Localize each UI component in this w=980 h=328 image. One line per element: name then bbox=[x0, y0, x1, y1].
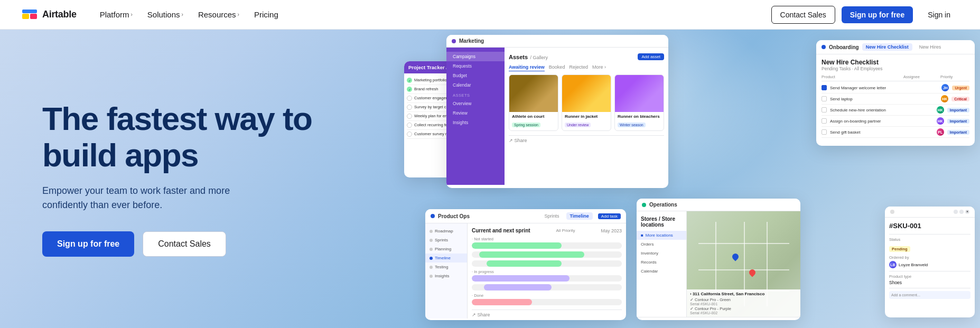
check-icon bbox=[822, 85, 827, 90]
marketing-panel: Marketing Campaigns Requests Budget Cale… bbox=[446, 35, 668, 188]
avatar: HK bbox=[937, 106, 944, 114]
ops-item-inventory[interactable]: Inventory bbox=[637, 249, 686, 258]
ops-item-stores[interactable]: ■ More locations bbox=[637, 231, 686, 240]
avatar: HK bbox=[941, 95, 948, 102]
hero-signup-button[interactable]: Sign up for free bbox=[42, 231, 134, 257]
priority-badge: Important bbox=[947, 119, 969, 124]
gallery-tabs: Awaiting review Booked Rejected More › bbox=[509, 64, 664, 71]
check-icon bbox=[822, 107, 827, 113]
map-area: › 311 California Street, San Francisco ✓… bbox=[687, 211, 800, 317]
avatar: JH bbox=[941, 84, 949, 91]
hero-subtitle: Empower your team to work faster and mor… bbox=[42, 184, 275, 212]
sku-panel: × #SKU-001 Status Pending Ordered by LB … bbox=[885, 207, 975, 317]
status-not-started: · Not started bbox=[472, 237, 622, 241]
contact-sales-button[interactable]: Contact Sales bbox=[771, 6, 835, 24]
product-sidebar: Roadmap Sprints Planning Timeline Testin… bbox=[425, 223, 468, 318]
tab-more[interactable]: More › bbox=[592, 64, 606, 71]
tab-new-hire[interactable]: New Hire Checklist bbox=[862, 43, 912, 51]
svg-rect-0 bbox=[22, 14, 29, 19]
sku-product-type-field: Product type Shoes bbox=[889, 274, 970, 285]
product-type-value: Shoes bbox=[889, 280, 970, 285]
navbar: Airtable Platform › Solutions › Resource… bbox=[0, 0, 980, 30]
priority-badge: Important bbox=[947, 108, 969, 113]
sidebar-item-review[interactable]: Review bbox=[446, 108, 505, 118]
card-image bbox=[562, 75, 611, 112]
map-address: › 311 California Street, San Francisco bbox=[690, 292, 797, 296]
logo[interactable]: Airtable bbox=[21, 6, 77, 23]
check-open-icon bbox=[407, 114, 412, 119]
tab-sprints[interactable]: Sprints bbox=[540, 212, 563, 220]
ops-dot bbox=[642, 203, 646, 207]
marketing-dot bbox=[452, 39, 456, 43]
store-sku-2: Serial #SKU-002 bbox=[690, 311, 797, 315]
tab-rejected[interactable]: Rejected bbox=[569, 64, 588, 71]
check-done-icon: ✓ bbox=[407, 78, 412, 83]
signin-button[interactable]: Sign in bbox=[919, 6, 959, 23]
nav-links: Platform › Solutions › Resources › Prici… bbox=[94, 6, 771, 23]
check-open-icon bbox=[407, 132, 412, 137]
window-close-icon[interactable]: × bbox=[965, 210, 969, 214]
ops-item-calendar[interactable]: Calendar bbox=[637, 267, 686, 276]
sidebar-insights[interactable]: Insights bbox=[425, 271, 467, 280]
sku-ordered-field: Ordered by LB Loyze Branveld bbox=[889, 255, 970, 268]
sidebar-testing[interactable]: Testing bbox=[425, 263, 467, 271]
tab-timeline[interactable]: Timeline bbox=[566, 212, 593, 220]
hero-contact-button[interactable]: Contact Sales bbox=[143, 231, 226, 257]
sidebar-item-insights[interactable]: Insights bbox=[446, 118, 505, 127]
store-name-2: ✓ Contour Pro - Purple bbox=[690, 306, 797, 311]
sidebar-timeline[interactable]: Timeline bbox=[425, 254, 467, 263]
nav-actions: Contact Sales Sign up for free Sign in bbox=[771, 6, 959, 24]
svg-rect-2 bbox=[22, 10, 37, 13]
signup-button[interactable]: Sign up for free bbox=[842, 6, 913, 23]
tab-booked[interactable]: Booked bbox=[549, 64, 565, 71]
ordered-by-label: Ordered by bbox=[889, 255, 970, 260]
onboarding-dot bbox=[822, 45, 826, 49]
ops-item-orders[interactable]: Orders bbox=[637, 240, 686, 249]
priority-badge: Urgent bbox=[952, 86, 969, 90]
ordered-by-value: LB Loyze Branveld bbox=[889, 261, 970, 268]
check-icon bbox=[822, 129, 827, 135]
onboarding-row: Send laptop HK Critical bbox=[822, 93, 969, 105]
sidebar-planning[interactable]: Planning bbox=[425, 245, 467, 254]
onboarding-subtitle: Pending Tasks · All Employees bbox=[822, 66, 969, 71]
check-open-icon bbox=[407, 96, 412, 101]
marketing-sidebar: Campaigns Requests Budget Calendar Asset… bbox=[446, 48, 505, 185]
product-ops-body: Roadmap Sprints Planning Timeline Testin… bbox=[425, 223, 626, 318]
sidebar-sprints[interactable]: Sprints bbox=[425, 236, 467, 245]
marketing-panel-title: Marketing bbox=[459, 38, 484, 44]
screenshots-area: Project Tracker / Directory ✓ Marketing … bbox=[420, 30, 980, 328]
logo-text: Airtable bbox=[42, 9, 77, 20]
operations-panel: Operations Stores / Store locations ■ Mo… bbox=[637, 199, 800, 320]
svg-rect-3 bbox=[31, 14, 33, 19]
hero-section: The fastest way to build apps Empower yo… bbox=[0, 30, 980, 328]
priority-badge: Important bbox=[947, 130, 969, 135]
product-panel-title: Product Ops bbox=[438, 213, 470, 219]
onboarding-panel-title: Onboarding bbox=[829, 44, 859, 50]
ops-item-records[interactable]: Records bbox=[637, 258, 686, 267]
add-asset-button[interactable]: Add asset bbox=[638, 53, 664, 60]
check-done-icon: ✓ bbox=[407, 87, 412, 92]
sidebar-item-calendar[interactable]: Calendar bbox=[446, 80, 505, 90]
status-label: Status bbox=[889, 237, 970, 242]
nav-resources[interactable]: Resources › bbox=[192, 6, 246, 23]
add-task-button[interactable]: Add task bbox=[598, 213, 621, 219]
card-image bbox=[615, 75, 664, 112]
sidebar-roadmap[interactable]: Roadmap bbox=[425, 227, 467, 236]
product-dot bbox=[431, 214, 435, 218]
store-name-1: ✓ Contour Pro - Green bbox=[690, 297, 797, 302]
nav-platform[interactable]: Platform › bbox=[94, 6, 139, 23]
gallery-card: Runner on bleachers Winter season bbox=[614, 74, 664, 131]
sidebar-item-overview[interactable]: Overview bbox=[446, 99, 505, 108]
sidebar-item-requests[interactable]: Requests bbox=[446, 61, 505, 71]
onboarding-row: Assign on-boarding partner HK Important bbox=[822, 116, 969, 127]
sidebar-item-budget[interactable]: Budget bbox=[446, 71, 505, 80]
tab-awaiting-review[interactable]: Awaiting review bbox=[509, 64, 545, 71]
tab-other[interactable]: New Hires bbox=[916, 43, 945, 51]
nav-pricing[interactable]: Pricing bbox=[248, 6, 285, 23]
priority-badge: Critical bbox=[951, 97, 969, 101]
nav-solutions[interactable]: Solutions › bbox=[141, 6, 190, 23]
check-open-icon bbox=[407, 105, 412, 110]
check-icon bbox=[822, 118, 827, 124]
sidebar-item-campaigns[interactable]: Campaigns bbox=[446, 52, 505, 61]
gallery-card: Runner in jacket Under review bbox=[562, 74, 611, 131]
